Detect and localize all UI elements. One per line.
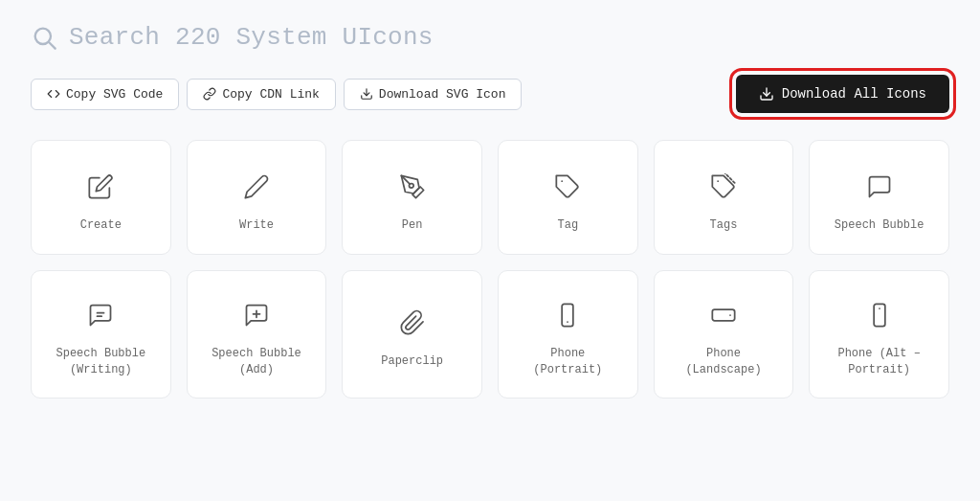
- speech-bubble-writing-label: Speech Bubble (Writing): [47, 346, 155, 378]
- speech-bubble-label: Speech Bubble: [835, 217, 924, 234]
- icon-card-speech-bubble[interactable]: Speech Bubble: [809, 140, 949, 255]
- copy-cdn-label: Copy CDN Link: [222, 87, 319, 102]
- copy-cdn-button[interactable]: Copy CDN Link: [187, 79, 335, 110]
- svg-point-4: [409, 183, 413, 188]
- icon-card-pen[interactable]: Pen: [342, 140, 482, 255]
- toolbar-left: Copy SVG Code Copy CDN Link Download SVG…: [31, 79, 522, 110]
- speech-bubble-add-label: Speech Bubble (Add): [203, 346, 311, 378]
- tag-label: Tag: [558, 217, 579, 234]
- tag-icon: [554, 170, 581, 204]
- paperclip-label: Paperclip: [381, 353, 443, 370]
- search-title: Search 220 System UIcons: [69, 23, 434, 52]
- tags-icon: [710, 170, 737, 204]
- search-icon: [31, 24, 57, 51]
- create-icon: [87, 170, 114, 204]
- create-label: Create: [80, 217, 122, 234]
- write-label: Write: [239, 217, 274, 234]
- svg-rect-11: [562, 304, 573, 326]
- speech-bubble-writing-icon: [87, 298, 114, 332]
- svg-rect-13: [712, 309, 734, 321]
- icon-card-tag[interactable]: Tag: [498, 140, 638, 255]
- phone-portrait-label: Phone (Portrait): [514, 346, 622, 378]
- icon-card-phone-alt-portrait[interactable]: Phone (Alt – Portrait): [809, 270, 949, 399]
- copy-svg-button[interactable]: Copy SVG Code: [31, 79, 179, 110]
- download-all-button[interactable]: Download All Icons: [736, 75, 949, 113]
- icon-card-write[interactable]: Write: [187, 140, 327, 255]
- download-svg-label: Download SVG Icon: [379, 87, 506, 102]
- phone-alt-portrait-label: Phone (Alt – Portrait): [825, 346, 933, 378]
- download-all-icon: [759, 86, 774, 102]
- icon-card-phone-portrait[interactable]: Phone (Portrait): [498, 270, 638, 399]
- pen-label: Pen: [402, 217, 423, 234]
- icon-card-phone-landscape[interactable]: Phone (Landscape): [654, 270, 794, 399]
- icon-card-tags[interactable]: Tags: [654, 140, 794, 255]
- phone-landscape-label: Phone (Landscape): [670, 346, 778, 378]
- svg-rect-15: [874, 304, 885, 326]
- copy-svg-label: Copy SVG Code: [66, 87, 163, 102]
- search-bar: Search 220 System UIcons: [31, 23, 949, 52]
- phone-landscape-icon: [710, 298, 737, 332]
- toolbar: Copy SVG Code Copy CDN Link Download SVG…: [31, 75, 949, 113]
- icon-card-speech-bubble-writing[interactable]: Speech Bubble (Writing): [31, 270, 171, 399]
- speech-bubble-add-icon: [243, 298, 270, 332]
- pen-icon: [399, 170, 426, 204]
- icon-card-create[interactable]: Create: [31, 140, 171, 255]
- icon-card-speech-bubble-add[interactable]: Speech Bubble (Add): [187, 270, 327, 399]
- download-all-label: Download All Icons: [782, 86, 926, 102]
- tags-label: Tags: [710, 217, 738, 234]
- speech-bubble-icon: [866, 170, 893, 204]
- phone-alt-portrait-icon: [866, 298, 893, 332]
- link-icon: [203, 87, 216, 101]
- phone-portrait-icon: [554, 298, 581, 332]
- download-svg-button[interactable]: Download SVG Icon: [344, 79, 523, 110]
- write-icon: [243, 170, 270, 204]
- code-icon: [47, 87, 60, 101]
- svg-line-1: [49, 42, 55, 48]
- download-svg-icon: [360, 87, 373, 101]
- paperclip-icon: [399, 306, 426, 340]
- icon-card-paperclip[interactable]: Paperclip: [342, 270, 482, 399]
- icon-grid: Create Write Pen Tag Tags Speech Bubble: [31, 140, 949, 399]
